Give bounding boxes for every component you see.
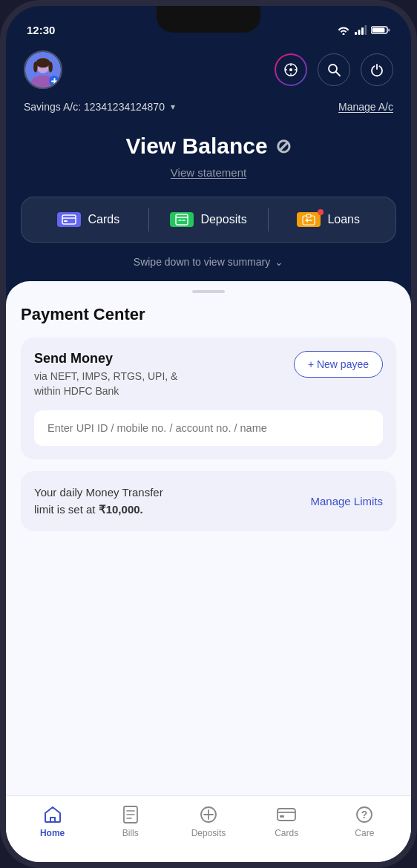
svg-rect-24 <box>176 214 188 225</box>
loans-icon <box>297 212 321 227</box>
nav-home[interactable]: Home <box>30 805 75 838</box>
quick-actions-bar: Cards Deposits <box>21 197 396 243</box>
swipe-hint: Swipe down to view summary ⌄ <box>6 256 411 268</box>
svg-rect-26 <box>306 214 311 217</box>
svg-point-19 <box>329 65 337 73</box>
svg-point-14 <box>289 68 292 71</box>
loans-notification-dot <box>318 209 324 215</box>
svg-rect-6 <box>388 28 390 31</box>
header-icons <box>275 53 393 86</box>
eye-slash-icon: ⊘ <box>275 135 292 158</box>
svg-rect-3 <box>365 25 367 35</box>
nav-deposits[interactable]: Deposits <box>186 805 231 838</box>
cards-action[interactable]: Cards <box>29 212 148 227</box>
svg-rect-5 <box>372 27 385 32</box>
bottom-sheet: Payment Center Send Money via NEFT, IMPS… <box>6 281 411 862</box>
deposits-action[interactable]: Deposits <box>149 212 269 227</box>
send-money-info: Send Money via NEFT, IMPS, RTGS, UPI, & … <box>34 351 183 398</box>
svg-rect-0 <box>355 32 357 35</box>
svg-text:?: ? <box>361 809 368 821</box>
svg-line-20 <box>336 72 340 76</box>
send-money-subtitle: via NEFT, IMPS, RTGS, UPI, & within HDFC… <box>34 369 183 398</box>
avatar-badge <box>49 76 59 86</box>
limit-amount: ₹10,000. <box>99 503 143 516</box>
battery-icon <box>371 25 390 35</box>
money-limit-card: Your daily Money Transfer limit is set a… <box>21 471 396 531</box>
search-button[interactable] <box>318 53 350 86</box>
status-icons <box>337 25 390 35</box>
send-money-header: Send Money via NEFT, IMPS, RTGS, UPI, & … <box>34 351 383 398</box>
compass-button[interactable] <box>275 53 307 86</box>
payment-center-title: Payment Center <box>21 305 396 324</box>
wifi-icon <box>337 25 350 35</box>
svg-point-11 <box>33 62 38 73</box>
bottom-nav: Home Bills <box>6 795 411 862</box>
account-number: Savings A/c: 12341234124870 <box>24 101 165 113</box>
svg-rect-23 <box>64 220 68 222</box>
nav-care-label: Care <box>355 828 374 838</box>
nav-care[interactable]: ? Care <box>342 805 387 838</box>
bills-nav-icon <box>121 805 140 824</box>
nav-cards[interactable]: Cards <box>264 805 309 838</box>
signal-icon <box>355 25 367 35</box>
account-row: Savings A/c: 12341234124870 ▾ Manage A/c <box>6 98 411 126</box>
svg-rect-39 <box>280 815 284 818</box>
cards-nav-icon <box>277 805 296 824</box>
sheet-handle <box>192 290 225 293</box>
nav-deposits-label: Deposits <box>191 828 226 838</box>
nav-bills[interactable]: Bills <box>108 805 153 838</box>
upi-input[interactable] <box>34 410 383 446</box>
limit-text: Your daily Money Transfer limit is set a… <box>34 484 163 518</box>
manage-account-link[interactable]: Manage A/c <box>338 101 393 113</box>
svg-rect-37 <box>278 809 295 821</box>
view-balance[interactable]: View Balance ⊘ <box>24 134 393 159</box>
deposits-nav-icon <box>199 805 218 824</box>
send-money-card: Send Money via NEFT, IMPS, RTGS, UPI, & … <box>21 338 396 459</box>
time: 12:30 <box>27 24 55 36</box>
account-info[interactable]: Savings A/c: 12341234124870 ▾ <box>24 101 175 113</box>
new-payee-button[interactable]: + New payee <box>294 351 383 378</box>
svg-point-10 <box>36 58 50 68</box>
send-money-title: Send Money <box>34 351 183 366</box>
svg-rect-21 <box>62 215 76 224</box>
chevron-down-swipe-icon: ⌄ <box>275 256 283 268</box>
deposits-icon <box>170 212 194 227</box>
cards-icon <box>57 212 81 227</box>
nav-home-label: Home <box>40 828 65 838</box>
svg-rect-1 <box>358 30 361 35</box>
svg-point-12 <box>48 62 53 73</box>
power-button[interactable] <box>361 53 393 86</box>
svg-rect-2 <box>361 27 364 35</box>
nav-bills-label: Bills <box>122 828 139 838</box>
nav-cards-label: Cards <box>275 828 298 838</box>
manage-limits-link[interactable]: Manage Limits <box>310 495 383 507</box>
view-statement-link[interactable]: View statement <box>24 166 393 179</box>
balance-section: View Balance ⊘ View statement <box>6 126 411 197</box>
avatar[interactable] <box>24 50 62 89</box>
loans-action[interactable]: Loans <box>269 212 388 227</box>
care-nav-icon: ? <box>355 805 374 824</box>
home-nav-icon <box>43 805 62 824</box>
chevron-down-icon: ▾ <box>171 102 175 112</box>
app-header <box>6 43 411 98</box>
